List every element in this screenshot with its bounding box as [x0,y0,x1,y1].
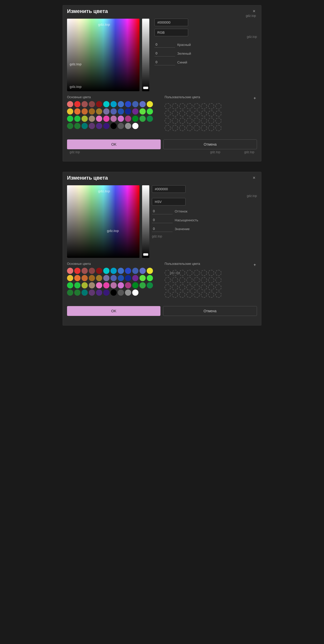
custom-swatch-empty[interactable] [208,277,214,283]
custom-swatch-empty[interactable] [194,110,200,117]
color-swatch[interactable] [139,108,146,115]
custom-swatch-empty[interactable] [186,125,193,131]
custom-swatch-empty[interactable] [186,284,193,291]
custom-swatch-empty[interactable] [165,284,171,291]
color-swatch[interactable] [96,282,102,288]
color-swatch[interactable] [111,116,117,122]
custom-swatch-empty[interactable] [179,125,185,131]
custom-swatch-empty[interactable] [165,118,171,124]
channel-input-2-hue[interactable] [152,208,173,214]
cancel-button-1[interactable]: Отмена [163,139,257,149]
color-swatch[interactable] [74,116,80,122]
color-swatch[interactable] [139,101,146,107]
custom-swatch-empty[interactable] [208,103,214,109]
color-swatch[interactable] [89,268,95,274]
color-swatch[interactable] [67,268,73,274]
channel-input-2-val[interactable] [152,226,173,232]
color-swatch[interactable] [118,101,124,107]
custom-swatch-empty[interactable] [194,118,200,124]
color-swatch[interactable] [96,123,102,129]
color-swatch[interactable] [96,116,102,122]
color-swatch[interactable] [125,289,131,296]
cancel-button-2[interactable]: Отмена [163,306,257,316]
color-swatch[interactable] [111,289,117,296]
custom-swatch-empty[interactable] [165,125,171,131]
custom-swatch-empty[interactable] [194,270,200,276]
custom-swatch-empty[interactable] [201,292,207,298]
color-swatch[interactable] [89,275,95,281]
color-swatch[interactable] [125,282,131,288]
color-swatch[interactable] [82,123,88,129]
color-swatch[interactable] [82,282,88,288]
custom-swatch-empty[interactable] [201,118,207,124]
custom-swatch-empty[interactable] [172,118,178,124]
brightness-slider-1[interactable] [142,19,149,91]
color-swatch[interactable] [67,275,73,281]
color-swatch[interactable] [89,282,95,288]
custom-swatch-empty[interactable] [215,292,222,298]
color-swatch[interactable] [147,108,153,115]
color-swatch[interactable] [118,289,124,296]
color-swatch[interactable] [125,101,131,107]
custom-swatch-empty[interactable] [194,125,200,131]
custom-swatch-empty[interactable] [208,125,214,131]
color-swatch[interactable] [67,108,73,115]
custom-swatch-empty[interactable] [179,103,185,109]
color-swatch[interactable] [103,123,109,129]
custom-swatch-empty[interactable] [208,270,214,276]
color-swatch[interactable] [125,116,131,122]
custom-swatch-empty[interactable] [194,277,200,283]
custom-swatch-empty[interactable] [208,284,214,291]
color-swatch[interactable] [125,108,131,115]
color-swatch[interactable] [74,123,80,129]
close-button-2[interactable]: × [251,175,257,181]
color-swatch[interactable] [74,275,80,281]
color-swatch[interactable] [67,123,73,129]
custom-swatch-empty[interactable] [186,277,193,283]
color-swatch[interactable] [147,116,153,122]
custom-swatch-empty[interactable] [165,110,171,117]
color-swatch[interactable] [132,101,138,107]
color-swatch[interactable] [132,123,138,129]
custom-swatch-empty[interactable] [172,277,178,283]
channel-input-2-sat[interactable] [152,217,173,223]
color-swatch[interactable] [118,282,124,288]
color-swatch[interactable] [132,275,138,281]
color-swatch[interactable] [103,268,109,274]
color-swatch[interactable] [132,282,138,288]
ok-button-2[interactable]: OK [67,306,160,316]
custom-swatch-empty[interactable] [186,110,193,117]
color-swatch[interactable] [67,101,73,107]
custom-swatch-empty[interactable] [208,118,214,124]
custom-swatch-empty[interactable] [201,277,207,283]
color-swatch[interactable] [125,275,131,281]
custom-swatch-empty[interactable] [201,270,207,276]
color-swatch[interactable] [74,282,80,288]
color-swatch[interactable] [111,108,117,115]
custom-swatch-empty[interactable] [186,118,193,124]
custom-swatch-empty[interactable] [201,284,207,291]
custom-swatch-empty[interactable] [186,270,193,276]
color-swatch[interactable] [74,268,80,274]
color-swatch[interactable] [139,282,146,288]
color-swatch[interactable] [118,123,124,129]
color-swatch[interactable] [132,289,138,296]
custom-swatch-empty[interactable] [215,284,222,291]
color-swatch[interactable] [103,116,109,122]
color-swatch[interactable] [67,116,73,122]
custom-swatch-empty[interactable] [165,103,171,109]
custom-swatch-empty[interactable] [186,103,193,109]
color-swatch[interactable] [82,275,88,281]
color-swatch[interactable] [103,289,109,296]
color-swatch[interactable] [118,116,124,122]
color-swatch[interactable] [125,123,131,129]
color-swatch[interactable] [96,101,102,107]
color-mode-select-1[interactable]: RGB HSV HSL CMYK [154,29,188,36]
color-swatch[interactable] [147,268,153,274]
color-swatch[interactable] [82,289,88,296]
color-swatch[interactable] [111,123,117,129]
color-swatch[interactable] [74,108,80,115]
custom-swatch-empty[interactable] [215,125,222,131]
color-swatch[interactable] [67,289,73,296]
hex-input-2[interactable] [152,185,186,193]
